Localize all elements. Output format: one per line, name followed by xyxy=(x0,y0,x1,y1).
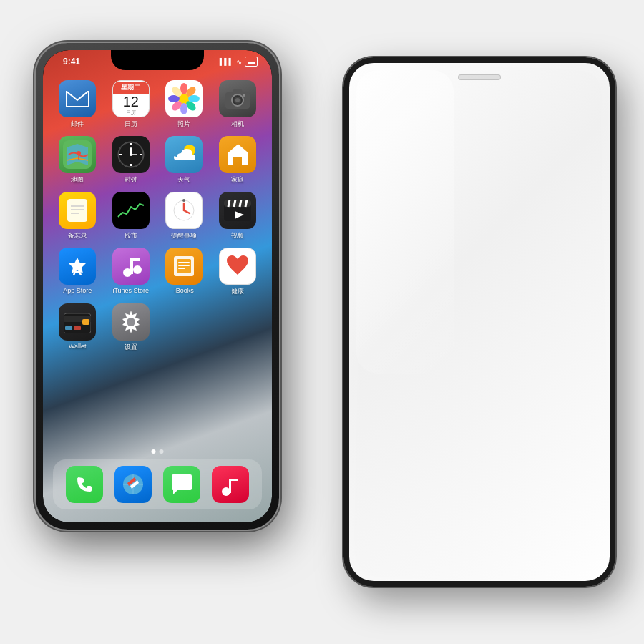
app-maps[interactable]: 地图 xyxy=(53,136,102,185)
svg-text:A: A xyxy=(73,263,82,278)
glass-notch-area xyxy=(458,74,501,80)
svg-rect-64 xyxy=(231,479,238,481)
svg-rect-48 xyxy=(178,265,190,266)
svg-point-14 xyxy=(243,94,245,97)
app-stocks[interactable]: 股市 xyxy=(107,192,156,240)
svg-rect-52 xyxy=(82,319,89,325)
app-settings[interactable]: 设置 xyxy=(107,303,156,352)
svg-line-37 xyxy=(240,200,241,207)
status-icons: ▌▌▌ ∿ ▬ xyxy=(220,57,258,67)
app-mail[interactable]: 邮件 xyxy=(53,80,102,129)
dot-1 xyxy=(152,449,156,454)
iphone-x: 9:41 ▌▌▌ ∿ ▬ 邮件 xyxy=(36,43,279,530)
page-dots xyxy=(152,449,164,454)
battery-icon: ▬ xyxy=(245,57,258,67)
app-itunes[interactable]: iTunes Store xyxy=(107,248,156,296)
dock-music[interactable] xyxy=(212,466,249,503)
svg-point-25 xyxy=(130,153,132,156)
app-grid: 邮件 星期二 12 日历 日历 xyxy=(53,77,262,355)
dock xyxy=(53,459,262,509)
svg-rect-44 xyxy=(132,258,140,261)
dock-safari[interactable] xyxy=(114,466,152,503)
app-notes[interactable]: 备忘录 xyxy=(53,192,102,240)
dock-messages[interactable] xyxy=(163,466,200,503)
svg-rect-54 xyxy=(74,326,81,330)
glass-outer xyxy=(343,57,615,587)
app-photos[interactable]: 照片 xyxy=(160,80,209,129)
svg-rect-49 xyxy=(178,268,185,269)
notch xyxy=(111,50,204,70)
dock-phone[interactable] xyxy=(66,466,103,503)
dot-2 xyxy=(160,449,164,454)
scene: 9:41 ▌▌▌ ∿ ▬ 邮件 xyxy=(14,14,630,630)
app-home[interactable]: 家庭 xyxy=(213,136,263,185)
svg-line-38 xyxy=(245,200,247,207)
glass-speaker xyxy=(458,74,501,80)
glass-protector xyxy=(343,57,615,587)
svg-line-35 xyxy=(228,200,230,207)
app-clock[interactable]: 时钟 xyxy=(107,136,156,185)
app-reminders[interactable]: 提醒事项 xyxy=(160,192,209,240)
app-videos[interactable]: 视频 xyxy=(213,192,263,240)
signal-icon: ▌▌▌ xyxy=(220,58,233,65)
app-weather[interactable]: 天气 xyxy=(160,136,209,185)
app-appstore[interactable]: A App Store xyxy=(53,248,102,296)
app-health[interactable]: 健康 xyxy=(213,248,263,296)
app-camera[interactable]: 相机 xyxy=(213,80,263,129)
svg-point-13 xyxy=(235,98,240,102)
svg-point-56 xyxy=(127,318,135,326)
svg-point-32 xyxy=(182,199,185,202)
svg-rect-47 xyxy=(178,262,190,263)
status-time: 9:41 xyxy=(63,57,80,67)
app-ibooks[interactable]: iBooks xyxy=(160,248,209,296)
svg-point-42 xyxy=(133,265,142,274)
app-wallet[interactable]: Wallet xyxy=(53,303,102,352)
wifi-icon: ∿ xyxy=(236,58,242,66)
svg-rect-63 xyxy=(229,479,231,493)
svg-rect-53 xyxy=(65,326,72,330)
app-calendar[interactable]: 星期二 12 日历 日历 xyxy=(107,80,156,129)
svg-rect-27 xyxy=(67,199,87,222)
glass-shine xyxy=(356,70,454,374)
svg-line-36 xyxy=(234,200,235,207)
